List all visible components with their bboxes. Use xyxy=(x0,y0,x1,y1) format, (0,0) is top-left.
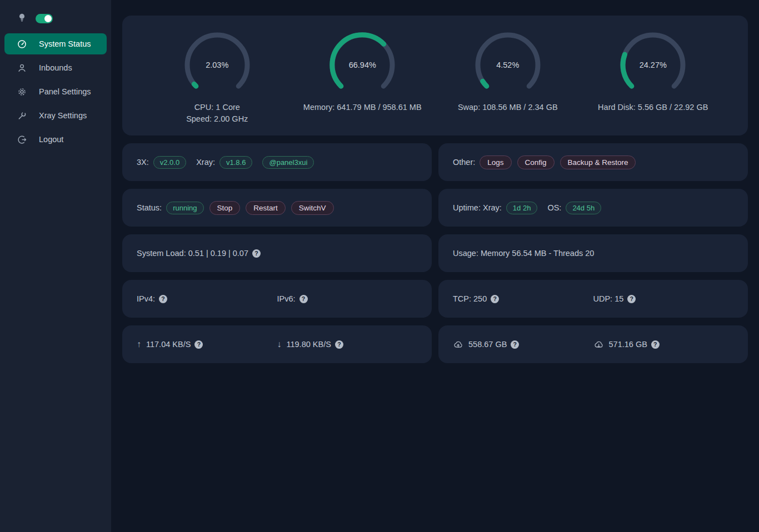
sidebar: System Status Inbounds xyxy=(0,0,111,532)
received-traffic-block: 571.16 GB ? xyxy=(593,340,734,349)
swap-gauge: 4.52% Swap: 108.56 MB / 2.34 GB xyxy=(435,32,581,113)
sidebar-item-label: Panel Settings xyxy=(39,87,91,96)
help-icon[interactable]: ? xyxy=(627,295,636,303)
sidebar-item-xray-settings[interactable]: Xray Settings xyxy=(4,105,107,126)
sent-traffic-block: 558.67 GB ? xyxy=(453,340,593,349)
gear-icon xyxy=(17,87,27,97)
ipv4-block: IPv4: ? xyxy=(137,294,277,303)
sidebar-item-inbounds[interactable]: Inbounds xyxy=(4,57,107,78)
ipv4-label: IPv4: xyxy=(137,294,155,303)
sidebar-nav: System Status Inbounds xyxy=(0,33,111,150)
sidebar-item-label: Logout xyxy=(39,135,63,144)
other-label: Other: xyxy=(453,158,475,167)
user-icon xyxy=(17,63,27,73)
sidebar-item-label: Xray Settings xyxy=(39,111,87,120)
status-label: Status: xyxy=(137,203,162,212)
upload-speed-block: ↑ 117.04 KB/S ? xyxy=(137,339,277,349)
telegram-tag[interactable]: @panel3xui xyxy=(262,156,314,169)
received-traffic: 571.16 GB xyxy=(609,340,647,349)
tcp-count: TCP: 250 xyxy=(453,294,487,303)
help-icon[interactable]: ? xyxy=(194,340,203,349)
traffic-card: 558.67 GB ? 571.16 GB ? xyxy=(438,325,748,363)
upload-speed: 117.04 KB/S xyxy=(146,340,191,349)
xray-version-tag[interactable]: v1.8.6 xyxy=(219,156,252,169)
download-speed-block: ↓ 119.80 KB/S ? xyxy=(277,339,418,349)
help-icon[interactable]: ? xyxy=(335,340,343,349)
restart-button[interactable]: Restart xyxy=(246,201,286,215)
ip-card: IPv4: ? IPv6: ? xyxy=(122,280,432,318)
dashboard-icon xyxy=(17,39,27,49)
logs-button[interactable]: Logs xyxy=(480,155,511,169)
cloud-download-icon xyxy=(593,340,604,349)
connections-card: TCP: 250 ? UDP: 15 ? xyxy=(438,280,748,318)
memory-gauge: 66.94% Memory: 641.79 MB / 958.61 MB xyxy=(290,32,436,113)
lightbulb-icon xyxy=(17,13,27,24)
sidebar-item-logout[interactable]: Logout xyxy=(4,129,107,150)
help-icon[interactable]: ? xyxy=(299,295,308,303)
sidebar-item-system-status[interactable]: System Status xyxy=(4,33,107,54)
app-root: System Status Inbounds xyxy=(0,0,759,532)
help-icon[interactable]: ? xyxy=(252,249,261,258)
download-speed: 119.80 KB/S xyxy=(287,340,331,349)
config-button[interactable]: Config xyxy=(517,155,555,169)
backup-restore-button[interactable]: Backup & Restore xyxy=(560,155,636,169)
theme-toggle[interactable] xyxy=(36,14,53,23)
memory-percent: 66.94% xyxy=(329,32,396,98)
sent-traffic: 558.67 GB xyxy=(468,340,507,349)
tcp-block: TCP: 250 ? xyxy=(453,294,593,303)
switch-version-button[interactable]: SwitchV xyxy=(291,201,334,215)
help-icon[interactable]: ? xyxy=(651,340,660,349)
other-card: Other: Logs Config Backup & Restore xyxy=(438,143,748,181)
ipv6-label: IPv6: xyxy=(277,294,296,303)
usage-text: Usage: Memory 56.54 MB - Threads 20 xyxy=(453,249,594,258)
status-running-tag: running xyxy=(166,202,203,214)
sidebar-item-panel-settings[interactable]: Panel Settings xyxy=(4,81,107,102)
help-icon[interactable]: ? xyxy=(491,295,499,303)
cpu-gauge: 2.03% CPU: 1 Core Speed: 2.00 GHz xyxy=(144,32,290,125)
cpu-label: CPU: 1 Core xyxy=(194,102,240,113)
udp-count: UDP: 15 xyxy=(593,294,624,303)
3x-version-tag[interactable]: v2.0.0 xyxy=(153,156,186,169)
arrow-down-icon: ↓ xyxy=(277,339,282,349)
speed-card: ↑ 117.04 KB/S ? ↓ 119.80 KB/S ? xyxy=(122,325,432,363)
sidebar-theme-row xyxy=(0,10,111,27)
info-cards-grid: 3X: v2.0.0 Xray: v1.8.6 @panel3xui Other… xyxy=(122,143,748,363)
swap-label: Swap: 108.56 MB / 2.34 GB xyxy=(458,102,558,113)
logout-icon xyxy=(17,135,27,144)
arrow-up-icon: ↑ xyxy=(137,339,141,349)
usage-card: Usage: Memory 56.54 MB - Threads 20 xyxy=(438,234,748,272)
uptime-os-label: OS: xyxy=(547,203,561,212)
help-icon[interactable]: ? xyxy=(159,295,167,303)
sidebar-item-label: System Status xyxy=(39,39,91,48)
disk-label: Hard Disk: 5.56 GB / 22.92 GB xyxy=(598,102,708,113)
uptime-card: Uptime: Xray: 1d 2h OS: 24d 5h xyxy=(438,189,748,227)
cpu-percent: 2.03% xyxy=(184,32,251,98)
versions-card: 3X: v2.0.0 Xray: v1.8.6 @panel3xui xyxy=(122,143,432,181)
udp-block: UDP: 15 ? xyxy=(593,294,734,303)
xray-status-card: Status: running Stop Restart SwitchV xyxy=(122,189,432,227)
xray-label: Xray: xyxy=(196,158,215,167)
disk-percent: 24.27% xyxy=(620,32,686,98)
uptime-os-tag: 24d 5h xyxy=(566,202,601,214)
theme-toggle-knob xyxy=(44,15,52,22)
uptime-xray-label: Uptime: Xray: xyxy=(453,203,502,212)
memory-label: Memory: 641.79 MB / 958.61 MB xyxy=(303,102,422,113)
sidebar-item-label: Inbounds xyxy=(39,63,72,72)
stop-button[interactable]: Stop xyxy=(209,201,241,215)
help-icon[interactable]: ? xyxy=(511,340,519,349)
uptime-xray-tag: 1d 2h xyxy=(506,202,538,214)
disk-gauge: 24.27% Hard Disk: 5.56 GB / 22.92 GB xyxy=(581,32,726,113)
cpu-speed-label: Speed: 2.00 GHz xyxy=(186,113,248,125)
main-content: 2.03% CPU: 1 Core Speed: 2.00 GHz 66.94%… xyxy=(111,0,759,532)
3x-label: 3X: xyxy=(137,158,149,167)
system-load-text: System Load: 0.51 | 0.19 | 0.07 xyxy=(137,249,248,258)
ipv6-block: IPv6: ? xyxy=(277,294,418,303)
system-load-card: System Load: 0.51 | 0.19 | 0.07 ? xyxy=(122,234,432,272)
resource-gauges-card: 2.03% CPU: 1 Core Speed: 2.00 GHz 66.94%… xyxy=(122,16,748,135)
cloud-upload-icon xyxy=(453,340,463,349)
swap-percent: 4.52% xyxy=(475,32,541,98)
wrench-icon xyxy=(17,111,27,121)
